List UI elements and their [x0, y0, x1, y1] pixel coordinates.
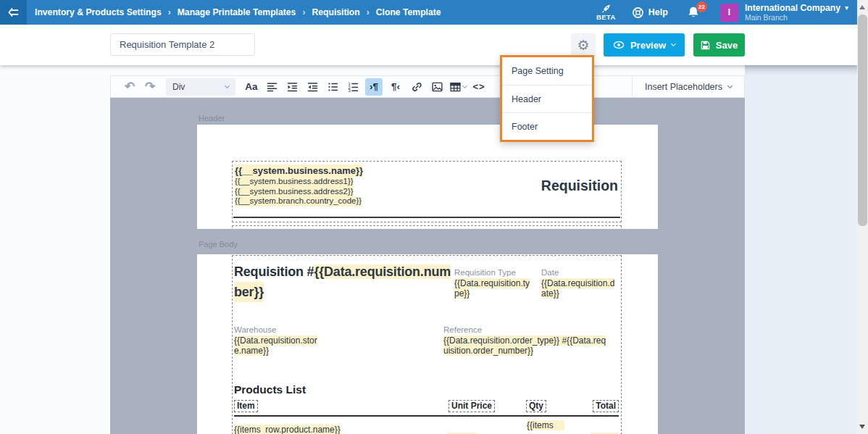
- warehouse-field: Warehouse {{Data.requisition.stor e.name…: [234, 325, 335, 356]
- row-qty-placeholder: {{items: [527, 420, 564, 430]
- insert-placeholders-label: Insert Placeholders: [645, 82, 722, 92]
- image-icon[interactable]: [429, 78, 445, 96]
- link-icon[interactable]: [409, 78, 425, 96]
- help-button[interactable]: Help: [632, 7, 668, 19]
- font-style-button[interactable]: Aa: [243, 78, 259, 96]
- table-icon[interactable]: [449, 78, 467, 96]
- company-avatar[interactable]: I: [720, 4, 738, 22]
- menu-item-footer[interactable]: Footer: [502, 112, 592, 140]
- preview-label: Preview: [630, 40, 666, 51]
- requisition-type-field: Requisition Type {{Data.requisition.ty p…: [454, 267, 540, 299]
- preview-button[interactable]: Preview: [604, 33, 685, 57]
- help-label: Help: [648, 7, 668, 17]
- date-placeholder: {{Data.requisition.d: [541, 278, 614, 288]
- save-floppy-icon: [701, 41, 710, 50]
- chevron-down-icon: [462, 83, 467, 88]
- beta-label: BETA: [596, 14, 616, 21]
- business-info-block: {{__system.business.name}} {{__system.bu…: [235, 164, 363, 206]
- breadcrumb: Inventory & Products Settings › Manage P…: [35, 7, 441, 17]
- header-content-block[interactable]: {{__system.business.name}} {{__system.bu…: [232, 161, 622, 222]
- company-name: International Company: [745, 4, 840, 13]
- body-page-canvas[interactable]: Requisition #{{Data.requisition.num ber}…: [197, 254, 658, 434]
- breadcrumb-item-clone-template: Clone Template: [376, 7, 441, 17]
- paragraph-ltr-icon[interactable]: ›¶: [365, 78, 383, 96]
- editor-toolbar: ↶ ↷ Div Aa: [110, 75, 745, 98]
- address2-placeholder: {{__system.business.address2}}: [235, 187, 354, 197]
- products-table-divider: [234, 415, 619, 417]
- eye-icon: [613, 41, 625, 49]
- body-content-block[interactable]: Requisition #{{Data.requisition.num ber}…: [232, 255, 622, 434]
- row-item-placeholder: {{items_row.product.name}}: [234, 425, 341, 434]
- block-format-select[interactable]: Div: [166, 78, 235, 96]
- warehouse-label: Warehouse: [234, 325, 335, 335]
- scrollbar-up-arrow[interactable]: [859, 5, 865, 9]
- requisition-type-label: Requisition Type: [454, 267, 540, 277]
- document-canvas: Header {{__system.business.name}} {{__sy…: [110, 98, 745, 434]
- ordered-list-icon[interactable]: 1 2 3: [345, 78, 361, 96]
- breadcrumb-separator: ›: [168, 7, 171, 17]
- business-name-placeholder: {{__system.business.name}}: [235, 164, 363, 177]
- scrollbar-thumb[interactable]: [858, 14, 867, 226]
- page-settings-button[interactable]: ⚙: [571, 33, 596, 57]
- notifications-button[interactable]: 22: [687, 6, 700, 20]
- chevron-down-icon: [225, 83, 230, 88]
- save-button[interactable]: Save: [693, 33, 745, 57]
- code-view-icon[interactable]: <>: [471, 78, 487, 96]
- column-header-item: Item: [234, 400, 258, 412]
- rocket-icon: [601, 4, 612, 14]
- breadcrumb-item-manage-templates[interactable]: Manage Printable Templates: [178, 7, 296, 17]
- save-label: Save: [716, 40, 738, 51]
- header-divider-line: [233, 217, 620, 218]
- column-header-total: Total: [593, 400, 619, 412]
- topbar-right-cluster: BETA Help: [596, 0, 848, 25]
- collapse-sidebar-icon: [7, 7, 20, 18]
- reference-placeholder: {{Data.requisition.order_type}} #{{Data.…: [443, 335, 606, 346]
- date-label: Date: [541, 267, 621, 277]
- products-table-row: {{items_row.product.name}} {{forma {{ite…: [234, 417, 619, 434]
- collapse-sidebar-button[interactable]: [0, 0, 27, 25]
- notification-count-badge: 22: [696, 1, 707, 12]
- requisition-number-placeholder: {{Data.requisition.num: [314, 264, 451, 279]
- breadcrumb-item-inventory-settings[interactable]: Inventory & Products Settings: [35, 7, 162, 17]
- menu-item-page-setting[interactable]: Page Setting: [502, 57, 592, 85]
- warehouse-placeholder: {{Data.requisition.stor: [234, 335, 317, 346]
- body-section-label: Page Body: [199, 240, 238, 249]
- insert-placeholders-button[interactable]: Insert Placeholders: [632, 76, 744, 97]
- address1-placeholder: {{__system.business.address1}}: [235, 177, 354, 187]
- header-section-label: Header: [199, 114, 225, 122]
- svg-text:3: 3: [348, 88, 351, 93]
- breadcrumb-item-requisition[interactable]: Requisition: [312, 7, 359, 17]
- outdent-icon[interactable]: [304, 78, 320, 96]
- chevron-down-icon: ▾: [845, 4, 848, 12]
- gear-icon: ⚙: [577, 38, 589, 52]
- undo-icon[interactable]: ↶: [122, 78, 138, 96]
- vertical-scrollbar[interactable]: [857, 0, 868, 434]
- branch-name: Main Branch: [745, 13, 848, 22]
- unordered-list-icon[interactable]: [325, 78, 341, 96]
- align-left-icon[interactable]: [264, 78, 280, 96]
- beta-badge: BETA: [596, 4, 616, 21]
- date-field: Date {{Data.requisition.d ate}}: [541, 267, 621, 299]
- action-bar: ⚙ Preview Save: [0, 25, 857, 65]
- redo-icon[interactable]: ↷: [142, 78, 158, 96]
- template-name-input[interactable]: [110, 33, 255, 56]
- right-gutter: [745, 65, 857, 434]
- header-second-block[interactable]: [232, 225, 622, 229]
- requisition-heading: Requisition #{{Data.requisition.num ber}…: [234, 262, 473, 302]
- top-navigation-bar: Inventory & Products Settings › Manage P…: [0, 0, 857, 25]
- column-header-unit-price: Unit Price: [448, 400, 495, 412]
- country-code-placeholder: {{__system.branch.country_code}}: [235, 196, 362, 206]
- paragraph-rtl-icon[interactable]: ¶‹: [387, 78, 404, 96]
- heading-prefix: Requisition #: [234, 264, 314, 279]
- menu-item-header[interactable]: Header: [502, 85, 592, 112]
- products-table-header: Item Unit Price Qty Total: [234, 400, 619, 413]
- chevron-down-icon: [671, 41, 676, 46]
- reference-label: Reference: [443, 325, 623, 335]
- column-header-qty: Qty: [526, 400, 546, 412]
- reference-field: Reference {{Data.requisition.order_type}…: [443, 325, 623, 356]
- indent-icon[interactable]: [284, 78, 300, 96]
- company-menu[interactable]: International Company ▾ Main Branch: [745, 4, 848, 22]
- help-lifebuoy-icon: [632, 7, 644, 19]
- app-screen: Inventory & Products Settings › Manage P…: [0, 0, 868, 434]
- scrollbar-down-arrow[interactable]: [859, 425, 865, 429]
